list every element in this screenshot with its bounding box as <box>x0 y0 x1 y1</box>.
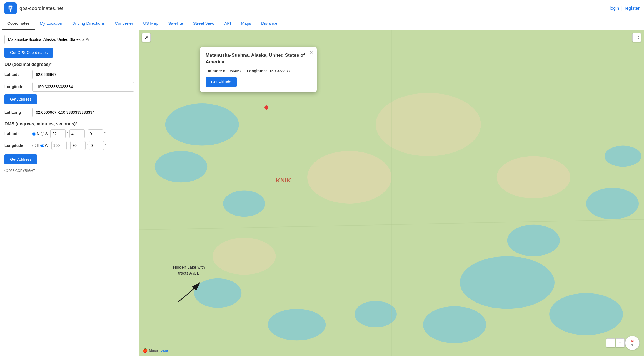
annotation-text: Hidden Lake withtracts A & B <box>172 264 206 276</box>
longitude-input[interactable] <box>32 82 134 92</box>
left-panel: Get GPS Coordinates DD (decimal degrees)… <box>0 30 139 356</box>
nav-item-my-location[interactable]: My Location <box>35 17 67 30</box>
dms-lon-deg-input[interactable] <box>51 141 67 150</box>
svg-point-7 <box>460 256 555 309</box>
get-gps-button[interactable]: Get GPS Coordinates <box>4 48 53 58</box>
map-controls-top-right: ⛶ <box>632 33 641 42</box>
compass: N ▼ <box>625 336 640 350</box>
dms-lat-n-radio-label[interactable]: N <box>32 132 39 136</box>
dms-sec-sym-lat: " <box>104 132 106 136</box>
compass-south-label: ▼ <box>631 343 634 347</box>
dms-lon-sec-input[interactable] <box>89 141 104 150</box>
dms-lat-s-radio[interactable] <box>41 132 44 136</box>
nav-item-satellite[interactable]: Satellite <box>163 17 188 30</box>
nav-item-maps[interactable]: Maps <box>236 17 256 30</box>
dd-section-title: DD (decimal degrees)* <box>4 62 134 67</box>
dms-sec-sym-lon: " <box>105 143 106 148</box>
svg-point-19 <box>213 238 276 275</box>
login-link[interactable]: login <box>610 6 619 11</box>
svg-text:KNIK: KNIK <box>276 177 291 184</box>
dms-lon-e-radio[interactable] <box>32 144 36 147</box>
lat-long-row: Lat,Long <box>4 108 134 117</box>
map-area[interactable]: KNIK Hidden Lake withtracts A & B <box>139 30 644 356</box>
map-controls-top-left: ⤢ <box>142 33 151 42</box>
dms-lon-row: Longitude E W ° ' " <box>4 141 134 150</box>
svg-point-8 <box>549 293 623 335</box>
dms-lon-e-radio-label[interactable]: E <box>32 143 39 148</box>
site-title: gps-coordinates.net <box>19 6 63 11</box>
dms-lon-min-input[interactable] <box>70 141 86 150</box>
svg-point-9 <box>507 225 560 256</box>
lat-label: Latitude: <box>206 69 222 73</box>
nav-item-driving-directions[interactable]: Driving Directions <box>67 17 110 30</box>
dms-lat-row: Latitude N S ° ' " <box>4 129 134 138</box>
dms-lon-w-radio[interactable] <box>40 144 44 147</box>
dms-min-sym-lon: ' <box>87 143 88 148</box>
popup-close-button[interactable]: × <box>310 50 313 56</box>
svg-point-12 <box>268 309 326 341</box>
svg-point-18 <box>497 156 570 198</box>
longitude-row: Longitude <box>4 82 134 92</box>
latitude-row: Latitude <box>4 70 134 79</box>
svg-point-11 <box>355 301 397 327</box>
search-row <box>4 35 134 44</box>
dms-lat-label: Latitude <box>4 132 29 136</box>
dms-lat-inputs: N S ° ' " <box>32 129 134 138</box>
dms-lat-min-input[interactable] <box>69 129 85 138</box>
svg-point-15 <box>605 146 641 167</box>
legal-link[interactable]: Legal <box>160 348 168 352</box>
nav-item-distance[interactable]: Distance <box>256 17 282 30</box>
map-fullscreen-button[interactable]: ⛶ <box>632 33 641 42</box>
nav-item-converter[interactable]: Converter <box>110 17 138 30</box>
nav-item-coordinates[interactable]: Coordinates <box>2 17 35 30</box>
lat-value: 62.066667 <box>223 69 241 73</box>
dms-lat-s-radio-label[interactable]: S <box>41 132 48 136</box>
copyright: ©2023 COPYRIGHT <box>4 169 134 173</box>
svg-point-4 <box>165 103 239 146</box>
svg-point-16 <box>307 151 391 204</box>
dms-lat-deg-input[interactable] <box>50 129 66 138</box>
svg-point-14 <box>586 188 639 219</box>
nav: Coordinates My Location Driving Directio… <box>0 17 644 30</box>
latitude-label: Latitude <box>4 72 29 77</box>
main-layout: Get GPS Coordinates DD (decimal degrees)… <box>0 30 644 356</box>
nav-item-us-map[interactable]: US Map <box>138 17 163 30</box>
get-altitude-button[interactable]: Get Altitude <box>206 77 237 87</box>
dms-lat-n-radio[interactable] <box>32 132 36 136</box>
svg-text:GPS: GPS <box>8 7 13 9</box>
longitude-label: Longitude <box>4 85 29 89</box>
dms-deg-sym-lat: ° <box>67 132 68 136</box>
dms-section-title: DMS (degrees, minutes, seconds)* <box>4 122 134 127</box>
location-search-input[interactable] <box>4 35 134 44</box>
zoom-controls: − + <box>606 338 625 347</box>
right-panel: KNIK Hidden Lake withtracts A & B <box>139 30 644 356</box>
popup-title: Matanuska-Susitna, Alaska, United States… <box>206 52 311 65</box>
svg-point-10 <box>423 306 486 343</box>
dms-min-sym-lat: ' <box>86 132 87 136</box>
lat-long-input[interactable] <box>32 108 134 117</box>
zoom-in-button[interactable]: + <box>616 338 625 347</box>
latitude-input[interactable] <box>32 70 134 79</box>
apple-maps-logo: 🍎 Maps <box>142 348 158 353</box>
get-address-button-2[interactable]: Get Address <box>4 154 37 164</box>
nav-item-street-view[interactable]: Street View <box>188 17 219 30</box>
zoom-out-button[interactable]: − <box>606 338 615 347</box>
map-annotation: Hidden Lake withtracts A & B <box>172 264 206 306</box>
dms-deg-sym-lon: ° <box>68 143 69 148</box>
lat-long-label: Lat,Long <box>4 110 29 115</box>
dms-lon-label: Longitude <box>4 143 29 148</box>
apple-icon: 🍎 <box>142 348 148 353</box>
header-auth: login | register <box>610 6 640 11</box>
lon-label: Longitude: <box>247 69 267 73</box>
map-expand-button[interactable]: ⤢ <box>142 33 151 42</box>
header: GPS gps-coordinates.net login | register <box>0 0 644 17</box>
nav-item-api[interactable]: API <box>219 17 236 30</box>
dms-lon-w-radio-label[interactable]: W <box>40 143 48 148</box>
get-address-button-1[interactable]: Get Address <box>4 94 37 104</box>
register-link[interactable]: register <box>625 6 640 11</box>
lon-value: -150.333333 <box>268 69 290 73</box>
dms-lat-sec-input[interactable] <box>88 129 103 138</box>
compass-north-label: N <box>631 339 634 343</box>
dms-lon-inputs: E W ° ' " <box>32 141 134 150</box>
logo-icon: GPS <box>4 2 17 14</box>
